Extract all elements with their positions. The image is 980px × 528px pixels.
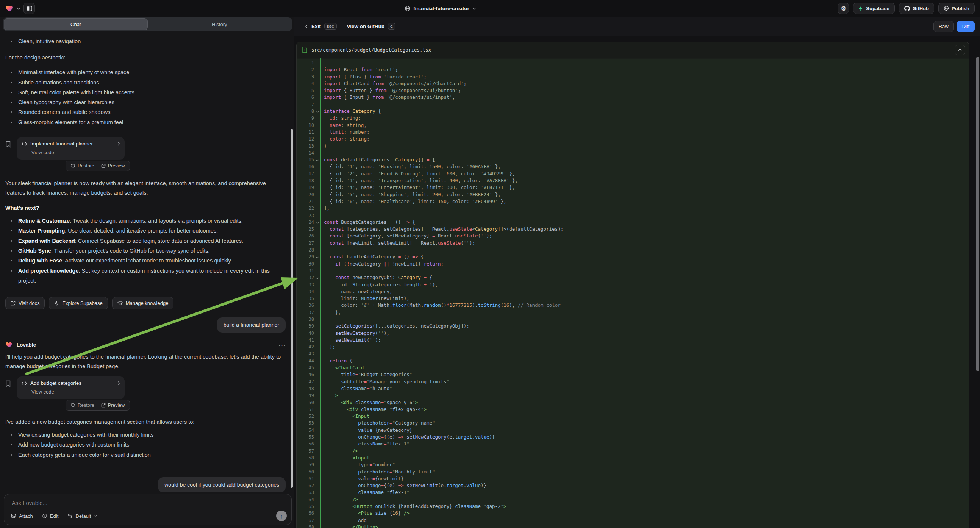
user-message-bubble[interactable]: would be cool if you could add budget ca… bbox=[158, 477, 286, 491]
logo-chevron-down-icon[interactable] bbox=[17, 7, 21, 10]
explore-supabase-button[interactable]: Explore Supabase bbox=[49, 297, 108, 309]
assistant-added-text: I've added a new budget categories manag… bbox=[5, 417, 286, 427]
visit-docs-button[interactable]: Visit docs bbox=[5, 297, 45, 309]
code-line: 47 subtitle="Manage your spending limits… bbox=[297, 379, 969, 385]
edit-mode-button[interactable]: Edit bbox=[42, 513, 58, 519]
attach-button[interactable]: Attach bbox=[11, 513, 33, 519]
settings-button[interactable]: ⚙ bbox=[838, 3, 849, 14]
chat-input[interactable] bbox=[12, 499, 201, 506]
raw-toggle-button[interactable]: Raw bbox=[934, 21, 954, 32]
restore-button[interactable]: Restore bbox=[71, 402, 94, 408]
code-scrollbar[interactable] bbox=[976, 57, 979, 371]
code-line: 66 <Plus size={16} /> bbox=[297, 510, 969, 517]
knowledge-cap-icon bbox=[118, 301, 123, 306]
code-line: 43 bbox=[297, 350, 969, 357]
code-line: 37 }; bbox=[297, 309, 969, 316]
code-line: 1 bbox=[297, 59, 969, 66]
preview-button[interactable]: Preview bbox=[101, 163, 125, 169]
restore-button[interactable]: Restore bbox=[71, 163, 94, 169]
code-line: 2import React from 'react'; bbox=[297, 66, 969, 73]
code-line: 64 /> bbox=[297, 496, 969, 503]
chevron-right-icon bbox=[118, 142, 120, 146]
collapse-file-button[interactable] bbox=[955, 45, 965, 55]
view-on-github-button[interactable]: View on GitHub G bbox=[347, 23, 396, 30]
fold-chevron-icon bbox=[315, 110, 318, 113]
diff-toggle-button[interactable]: Diff bbox=[957, 21, 975, 32]
bookmark-icon[interactable] bbox=[5, 141, 11, 171]
code-line: 42 }; bbox=[297, 344, 969, 350]
chat-composer[interactable]: Attach Edit Default ↑ bbox=[4, 494, 292, 525]
model-selector[interactable]: Default bbox=[67, 513, 97, 519]
github-button[interactable]: GitHub bbox=[899, 3, 934, 14]
edit-card-title: Implement financial planner bbox=[30, 141, 93, 146]
sliders-icon bbox=[67, 514, 73, 518]
design-aesthetic-heading: For the design aesthetic: bbox=[5, 53, 286, 62]
supabase-icon bbox=[858, 6, 863, 11]
manage-knowledge-button[interactable]: Manage knowledge bbox=[112, 297, 174, 309]
assistant-header: Lovable ··· bbox=[5, 341, 288, 348]
code-line: 59 type="number" bbox=[297, 461, 969, 468]
edit-card-implement-financial-planner[interactable]: Implement financial planner View code bbox=[17, 137, 125, 160]
list-item: Each category gets a unique color for vi… bbox=[18, 450, 280, 460]
code-line: 44 return ( bbox=[297, 358, 969, 364]
scrollback-list: Clean, intuitive navigation bbox=[5, 37, 280, 46]
added-features-list: View existing budget categories with the… bbox=[5, 430, 280, 460]
code-line: 53 placeholder="Category name" bbox=[297, 420, 969, 426]
list-item: Minimalist interface with plenty of whit… bbox=[18, 67, 280, 77]
code-line: 15const defaultCategories: Category[] = … bbox=[297, 156, 969, 163]
preview-button[interactable]: Preview bbox=[101, 402, 125, 408]
chat-message-list[interactable]: Clean, intuitive navigation For the desi… bbox=[0, 33, 294, 491]
whats-next-heading: What's next? bbox=[5, 204, 286, 213]
project-title: financial-future-creator bbox=[413, 6, 469, 11]
user-message-row: would be cool if you could add budget ca… bbox=[5, 477, 288, 491]
code-line: 67 Add bbox=[297, 517, 969, 524]
code-line: 24const BudgetCategories = () => { bbox=[297, 219, 969, 226]
code-line: 41 setNewLimit(''); bbox=[297, 337, 969, 344]
code-line: 6import { Input } from '@/components/ui/… bbox=[297, 94, 969, 101]
code-line: 45 <ChartCard bbox=[297, 364, 969, 371]
chat-scrollbar[interactable] bbox=[291, 129, 293, 488]
tab-history[interactable]: History bbox=[148, 18, 292, 30]
supabase-button[interactable]: Supabase bbox=[853, 3, 894, 14]
message-menu-button[interactable]: ··· bbox=[278, 342, 286, 348]
code-line: 52 <Input bbox=[297, 413, 969, 420]
code-line: 32 const newCategoryObj: Category = { bbox=[297, 274, 969, 281]
code-line: 7 bbox=[297, 101, 969, 108]
fold-chevron-icon bbox=[315, 256, 318, 258]
code-line: 61 value={newLimit} bbox=[297, 476, 969, 482]
lovable-logo-icon[interactable] bbox=[5, 4, 14, 13]
code-line: 21 { id: '6', name: 'Healthcare', limit:… bbox=[297, 198, 969, 205]
code-line: 28 bbox=[297, 247, 969, 253]
sidebar-panel-icon bbox=[27, 6, 32, 11]
code-line: 16 { id: '1', name: 'Housing', limit: 15… bbox=[297, 163, 969, 170]
sidebar-toggle-button[interactable] bbox=[24, 3, 35, 14]
code-line: 38 bbox=[297, 316, 969, 323]
edit-card-add-budget-categories[interactable]: Add budget categories View code bbox=[17, 377, 125, 399]
exit-button[interactable]: Exit ESC bbox=[305, 23, 337, 30]
tab-chat[interactable]: Chat bbox=[4, 18, 148, 30]
project-switcher[interactable]: financial-future-creator bbox=[404, 0, 476, 17]
top-bar: financial-future-creator ⚙ Supabase GitH… bbox=[0, 0, 980, 17]
code-line: 17 { id: '2', name: 'Food & Dining', lim… bbox=[297, 170, 969, 177]
publish-button[interactable]: Publish bbox=[938, 3, 975, 14]
file-added-icon bbox=[302, 46, 308, 53]
code-icon bbox=[22, 142, 27, 146]
user-message-bubble[interactable]: build a financial planner bbox=[217, 317, 286, 332]
file-header[interactable]: src/components/budget/BudgetCategories.t… bbox=[297, 42, 969, 58]
list-item: Clean, intuitive navigation bbox=[18, 37, 280, 46]
code-line: 63 className="flex-1" bbox=[297, 489, 969, 496]
code-line: 25 const [categories, setCategories] = R… bbox=[297, 226, 969, 232]
esc-key-badge: ESC bbox=[324, 23, 337, 30]
list-item: GitHub Sync: Transfer your project's cod… bbox=[18, 246, 280, 256]
view-code-link[interactable]: View code bbox=[32, 149, 120, 155]
code-lines[interactable]: 12import React from 'react';3import { Pl… bbox=[297, 58, 969, 528]
bookmark-icon[interactable] bbox=[5, 380, 11, 410]
view-code-link[interactable]: View code bbox=[32, 389, 120, 395]
list-item: Clean typography with clear hierarchies bbox=[18, 97, 280, 107]
code-line: 54 value={newCategory} bbox=[297, 427, 969, 434]
next-steps-list: Refine & Customize: Tweak the design, an… bbox=[5, 216, 280, 286]
send-button[interactable]: ↑ bbox=[276, 511, 287, 521]
code-line: 10 name: string; bbox=[297, 122, 969, 129]
code-line: 27 const [newLimit, setNewLimit] = React… bbox=[297, 240, 969, 247]
code-line: 55 onChange={(e) => setNewCategory(e.tar… bbox=[297, 434, 969, 441]
